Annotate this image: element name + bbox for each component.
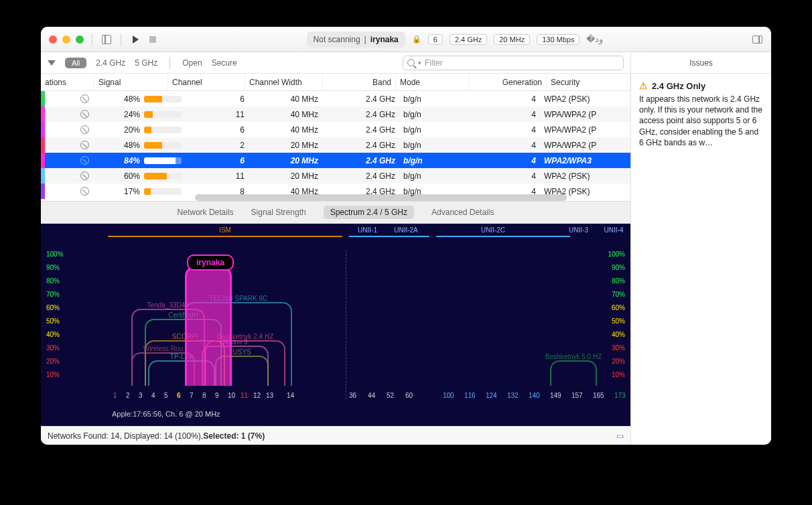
x-tick-24: 7: [190, 392, 194, 399]
tab-spectrum[interactable]: Spectrum 2.4 / 5 GHz: [324, 206, 414, 219]
band-unii2c: UNII-2C: [426, 226, 560, 234]
cell-security: WPA2/WPA3: [540, 156, 630, 165]
x-tick-5: 116: [464, 392, 476, 399]
wifi-icon: �ود: [586, 34, 603, 44]
signal-bar: [144, 142, 182, 149]
y-axis-right: 100%90%80%70%60%50%40%30%20%10%: [608, 250, 625, 384]
y-axis-left: 100%90%80%70%60%50%40%30%20%10%: [46, 250, 64, 384]
cell-channel: 6: [182, 94, 249, 104]
warning-icon: ⚠︎: [639, 80, 648, 91]
y-tick: 70%: [46, 291, 64, 304]
status-text-a: Networks Found: 14, Displayed: 14 (100%)…: [48, 431, 203, 441]
x-tick-5: 60: [405, 392, 413, 399]
cell-channel: 11: [182, 171, 249, 181]
issue-item[interactable]: ⚠︎2.4 GHz Only It appears this network i…: [631, 74, 771, 155]
issues-title: Issues: [631, 52, 771, 74]
issue-heading: 2.4 GHz Only: [652, 81, 705, 91]
filter-secure[interactable]: Secure: [212, 58, 237, 68]
cell-width: 20 MHz: [249, 171, 322, 181]
zoom-icon[interactable]: [76, 35, 84, 44]
band-labels: ISM UNII-1 UNII-2A UNII-2C UNII-3 UNII-4: [41, 224, 630, 235]
inspector-toggle-button[interactable]: [751, 33, 763, 46]
filter-bar: All 2.4 GHz 5 GHz Open Secure ▾ Filter: [41, 52, 630, 74]
signal-bar: [144, 173, 182, 179]
search-input[interactable]: ▾ Filter: [403, 56, 624, 70]
filter-2_4[interactable]: 2.4 GHz: [96, 58, 125, 68]
tab-network-details[interactable]: Network Details: [178, 208, 234, 217]
table-row[interactable]: 24%1140 MHz2.4 GHzb/g/n4WPA/WPA2 (P: [41, 106, 630, 122]
filter-icon[interactable]: [48, 60, 56, 66]
tab-signal-strength[interactable]: Signal Strength: [251, 208, 306, 217]
table-row[interactable]: 60%1120 MHz2.4 GHzb/g/n4WPA2 (PSK): [41, 168, 630, 184]
close-icon[interactable]: [49, 35, 57, 44]
filter-open[interactable]: Open: [182, 58, 202, 68]
table-row[interactable]: 48%220 MHz2.4 GHzb/g/n4WPA/WPA2 (P: [41, 137, 630, 153]
x-tick-5: 124: [486, 392, 497, 399]
spectrum-curve: Beshketnyk 5.0 HZ: [550, 360, 597, 386]
col-annotations[interactable]: ations: [41, 74, 94, 90]
search-placeholder: Filter: [425, 58, 443, 68]
filter-5[interactable]: 5 GHz: [135, 58, 157, 68]
cell-signal-pct: 84%: [94, 156, 144, 165]
cell-gen: 4: [473, 110, 540, 119]
x-tick-24: 14: [287, 392, 294, 399]
table-row[interactable]: 84%620 MHz2.4 GHzb/g/n4WPA2/WPA3: [41, 153, 630, 168]
x-tick-24: 11: [241, 392, 248, 399]
x-tick-5: 173: [614, 392, 626, 399]
curve-label: USYS: [232, 348, 251, 356]
x-tick-5: 157: [571, 392, 583, 399]
cell-security: WPA/WPA2 (P: [540, 141, 630, 150]
scan-start-button[interactable]: [129, 33, 141, 46]
network-table[interactable]: 48%640 MHz2.4 GHzb/g/n4WPA2 (PSK)24%1140…: [41, 91, 630, 201]
col-channel-width[interactable]: Channel Width: [245, 74, 322, 90]
table-row[interactable]: 48%640 MHz2.4 GHzb/g/n4WPA2 (PSK): [41, 91, 630, 106]
cell-width: 40 MHz: [249, 94, 322, 104]
signal-bar: [144, 111, 182, 118]
band-unii2a: UNII-2A: [386, 226, 426, 234]
curve-label: Tenda_33D4F: [147, 301, 190, 309]
band-unii3: UNII-3: [560, 226, 597, 234]
col-generation[interactable]: Generation: [470, 74, 547, 90]
cell-security: WPA2 (PSK): [540, 94, 630, 104]
y-tick: 90%: [608, 264, 625, 277]
sidebar-toggle-button[interactable]: [100, 33, 113, 46]
col-band[interactable]: Band: [322, 74, 396, 90]
cell-signal-pct: 17%: [94, 187, 144, 196]
cell-band: 2.4 GHz: [322, 156, 399, 165]
app-window: Not scanning | irynaka 🔒 6 2.4 GHz 20 MH…: [41, 27, 771, 445]
cell-channel: 2: [182, 141, 249, 150]
spectrum-plot[interactable]: Tenda_33D4FCertifiedHTECNO SPARK 8CSCORP…: [108, 250, 604, 386]
horizontal-scrollbar[interactable]: [195, 194, 567, 201]
col-security[interactable]: Security: [547, 74, 630, 90]
no-symbol-icon: [80, 156, 89, 165]
titlebar-center: Not scanning | irynaka 🔒 6 2.4 GHz 20 MH…: [164, 31, 746, 48]
table-row[interactable]: 20%640 MHz2.4 GHzb/g/n4WPA/WPA2 (P: [41, 122, 630, 137]
curve-label: Beshketnyk 5.0 HZ: [545, 353, 602, 360]
cell-signal-pct: 60%: [94, 171, 144, 181]
no-symbol-icon: [80, 94, 89, 103]
signal-bar: [144, 127, 182, 133]
cell-mode: b/g/n: [399, 125, 473, 135]
col-mode[interactable]: Mode: [396, 74, 470, 90]
x-tick-5: 132: [507, 392, 519, 399]
scan-status: Not scanning: [314, 35, 360, 44]
band-ism: ISM: [108, 226, 342, 234]
tab-advanced[interactable]: Advanced Details: [431, 208, 494, 217]
y-tick: 60%: [46, 304, 64, 317]
lock-icon: 🔒: [412, 35, 421, 44]
cell-width: 40 MHz: [249, 110, 322, 119]
display-icon[interactable]: ▭: [616, 431, 624, 441]
cell-band: 2.4 GHz: [322, 125, 399, 135]
filter-all[interactable]: All: [65, 58, 86, 68]
col-signal[interactable]: Signal: [94, 74, 168, 90]
issues-pane: Issues ⚠︎2.4 GHz Only It appears this ne…: [630, 52, 771, 445]
x-tick-24: 6: [177, 392, 181, 399]
scan-stop-button[interactable]: [147, 33, 159, 46]
x-tick-24: 9: [215, 392, 219, 399]
cell-mode: b/g/n: [399, 94, 473, 104]
minimize-icon[interactable]: [62, 35, 70, 44]
no-symbol-icon: [80, 171, 89, 180]
status-bar: Networks Found: 14, Displayed: 14 (100%)…: [41, 426, 630, 445]
cell-band: 2.4 GHz: [322, 94, 399, 104]
col-channel[interactable]: Channel: [168, 74, 245, 90]
